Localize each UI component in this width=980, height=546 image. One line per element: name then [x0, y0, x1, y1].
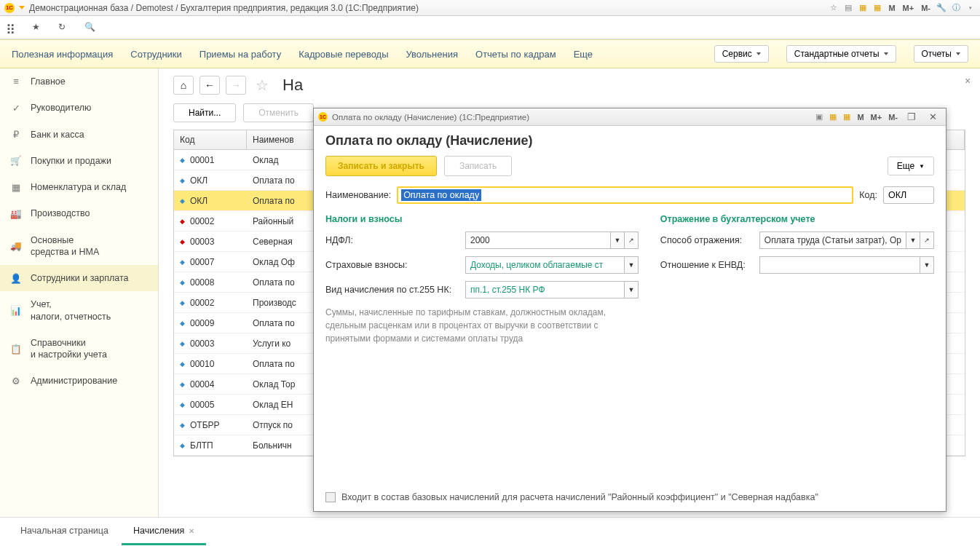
sidebar-icon: ⚙: [10, 375, 22, 387]
row-code: 00009: [190, 318, 214, 328]
note-text: Суммы, начисленные по тарифным ставкам, …: [325, 306, 639, 345]
favorite-icon[interactable]: ★: [32, 22, 44, 33]
bottom-tab[interactable]: Начальная страница: [9, 518, 120, 545]
row-code: 00007: [190, 257, 214, 267]
row-code: 00001: [190, 155, 214, 165]
sidebar-item[interactable]: 🛒Покупки и продажи: [0, 148, 158, 174]
row-code: 00008: [190, 277, 214, 288]
sidebar-label: Справочники и настройки учета: [31, 337, 107, 361]
base-accrual-checkbox[interactable]: [325, 492, 336, 502]
col-code[interactable]: Код: [174, 130, 247, 149]
calc-icon[interactable]: ▦: [858, 3, 868, 13]
sidebar-icon: 🚚: [10, 240, 22, 252]
sidebar-item[interactable]: ⚙Администрирование: [0, 368, 158, 394]
chevron-down-icon[interactable]: ▼: [906, 232, 920, 249]
sidebar-item[interactable]: 📋Справочники и настройки учета: [0, 330, 158, 368]
sidebar-item[interactable]: 🚚Основные средства и НМА: [0, 227, 158, 266]
menu-hiring[interactable]: Приемы на работу: [199, 49, 281, 60]
std-reports-button[interactable]: Стандартные отчеты: [786, 45, 896, 63]
row-code: 00010: [190, 359, 214, 369]
cancel-find-button[interactable]: Отменить: [243, 103, 314, 122]
kind-combo[interactable]: пп.1, ст.255 НК РФ ▼: [465, 281, 639, 298]
chevron-down-icon[interactable]: ▼: [610, 232, 625, 249]
insurance-combo[interactable]: Доходы, целиком облагаемые ст ▼: [465, 256, 639, 274]
ndfl-combo[interactable]: 2000 ▼ ↗: [465, 232, 639, 249]
sidebar-item[interactable]: 👤Сотрудники и зарплата: [0, 265, 158, 291]
mem-m[interactable]: M: [887, 4, 896, 12]
sidebar-icon: 👤: [10, 272, 22, 284]
tab-close-icon[interactable]: ✕: [189, 527, 194, 535]
search-icon[interactable]: 🔍: [84, 22, 96, 33]
menu-info[interactable]: Полезная информация: [12, 49, 113, 60]
sidebar-item[interactable]: ≡Главное: [0, 68, 158, 95]
find-button[interactable]: Найти...: [173, 103, 236, 122]
save-close-button[interactable]: Записать и закрыть: [325, 156, 437, 176]
sidebar-item[interactable]: ₽Банк и касса: [0, 122, 158, 148]
save-button[interactable]: Записать: [444, 156, 512, 176]
sidebar-icon: ≡: [10, 76, 22, 87]
more-button[interactable]: Еще▼: [888, 157, 934, 175]
mem-mminus[interactable]: M-: [920, 4, 932, 12]
sidebar-label: Покупки и продажи: [31, 155, 111, 167]
dialog-header: Оплата по окладу (Начисление): [325, 133, 934, 149]
dlg-close-button[interactable]: ✕: [924, 110, 941, 124]
dlg-cal-icon[interactable]: ▦: [842, 112, 852, 122]
name-input[interactable]: Оплата по окладу: [397, 186, 853, 204]
app-menu-icon[interactable]: [19, 6, 25, 9]
star-icon[interactable]: ☆: [829, 3, 839, 13]
back-button[interactable]: ←: [199, 76, 220, 95]
mem-mplus[interactable]: M+: [901, 4, 916, 12]
history-icon[interactable]: ↻: [58, 22, 70, 33]
row-code: 00003: [190, 339, 214, 349]
note-icon[interactable]: ▤: [843, 3, 853, 13]
dlg-mplus[interactable]: M+: [869, 113, 884, 122]
row-icon: ◆: [180, 299, 187, 306]
menu-reports[interactable]: Отчеты по кадрам: [475, 49, 556, 60]
row-icon: ◆: [180, 422, 187, 429]
chevron-down-icon[interactable]: ▼: [920, 256, 934, 274]
envd-combo[interactable]: ▼: [759, 256, 934, 274]
reflection-combo[interactable]: Оплата труда (Статьи затрат), Ор ▼ ↗: [759, 232, 934, 249]
bottom-tab[interactable]: Начисления✕: [122, 518, 206, 545]
home-button[interactable]: ⌂: [173, 76, 194, 95]
chevron-down-icon[interactable]: ▼: [624, 256, 639, 274]
apps-icon[interactable]: ⠿: [6, 22, 17, 33]
calendar-icon[interactable]: ▦: [872, 3, 882, 13]
sidebar-item[interactable]: 📊Учет, налоги, отчетность: [0, 291, 158, 330]
tab-label: Начисления: [133, 526, 184, 536]
name-label: Наименование:: [325, 190, 391, 200]
code-input[interactable]: [883, 186, 934, 204]
row-code: 00005: [190, 400, 214, 410]
open-icon[interactable]: ↗: [624, 232, 639, 249]
open-icon[interactable]: ↗: [920, 232, 934, 249]
wrench-icon[interactable]: 🔧: [936, 3, 947, 13]
sidebar-label: Учет, налоги, отчетность: [31, 298, 111, 323]
reports-button[interactable]: Отчеты: [914, 45, 968, 63]
dlg-mminus[interactable]: M-: [887, 113, 899, 122]
dlg-pin-icon[interactable]: ▣: [814, 112, 824, 122]
row-icon: ◆: [180, 177, 187, 184]
star-outline-icon[interactable]: ☆: [252, 76, 272, 95]
dlg-m[interactable]: M: [855, 113, 865, 122]
content-close-button[interactable]: ×: [961, 74, 974, 87]
dlg-calc-icon[interactable]: ▦: [828, 112, 838, 122]
sidebar-item[interactable]: 🏭Производство: [0, 200, 158, 226]
menu-more[interactable]: Еще: [574, 49, 596, 60]
chevron-down-icon[interactable]: ▼: [624, 281, 639, 298]
row-icon: ◆: [180, 381, 187, 388]
menu-employees[interactable]: Сотрудники: [130, 49, 181, 60]
sidebar-item[interactable]: ✓Руководителю: [0, 95, 158, 121]
menu-dismissals[interactable]: Увольнения: [406, 49, 458, 60]
menu-transfers[interactable]: Кадровые переводы: [299, 49, 388, 60]
dialog-titlebar[interactable]: 1C Оплата по окладу (Начисление) (1С:Пре…: [314, 108, 946, 126]
dlg-maximize-button[interactable]: ❐: [903, 110, 920, 124]
forward-button[interactable]: →: [226, 76, 246, 95]
row-code: ОТБРР: [190, 420, 220, 430]
info-drop-icon[interactable]: ▾: [965, 3, 976, 13]
info-icon[interactable]: ⓘ: [951, 3, 961, 13]
service-button[interactable]: Сервис: [714, 45, 769, 63]
accounting-section: Отражение в бухгалтерском учете: [660, 214, 934, 224]
sidebar-icon: 📊: [10, 305, 22, 317]
sidebar-item[interactable]: ▦Номенклатура и склад: [0, 174, 158, 200]
reflection-label: Способ отражения:: [660, 235, 755, 245]
